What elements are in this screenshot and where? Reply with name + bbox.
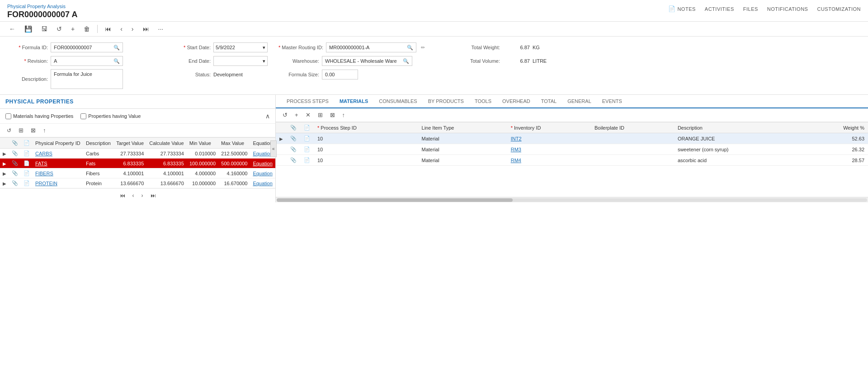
right-attach-cell[interactable]: 📎: [287, 155, 300, 166]
right-add-button[interactable]: +: [293, 111, 300, 119]
revision-search-icon[interactable]: 🔍: [113, 58, 120, 64]
doc-cell[interactable]: 📄: [21, 159, 33, 168]
notes-nav[interactable]: 📄 NOTES: [668, 5, 696, 12]
table-row[interactable]: 📎 📄 10 Material RM3 sweetener (corn syru…: [276, 144, 868, 155]
table-row[interactable]: ▶ 📎 📄 FATS Fats 6.833335 6.833335 100.00…: [0, 159, 275, 168]
doc-cell[interactable]: 📄: [21, 168, 33, 178]
doc-cell[interactable]: 📄: [21, 178, 33, 188]
master-routing-input[interactable]: MR0000000001-A 🔍: [326, 42, 416, 52]
collapse-section-btn[interactable]: ∧: [265, 112, 270, 120]
tab-materials[interactable]: MATERIALS: [334, 95, 373, 108]
undo-button[interactable]: ↺: [55, 24, 64, 33]
tab-consumables[interactable]: CONSUMABLES: [373, 95, 422, 108]
start-date-input[interactable]: 5/9/2022 ▾: [213, 42, 268, 52]
right-fit-button[interactable]: ⊞: [316, 111, 324, 119]
property-id-cell[interactable]: FIBERS: [33, 168, 83, 178]
tab-process-steps[interactable]: PROCESS STEPS: [281, 95, 334, 108]
tab-general[interactable]: GENERAL: [562, 95, 597, 108]
add-button[interactable]: +: [69, 24, 76, 33]
formula-id-search-icon[interactable]: 🔍: [113, 45, 120, 51]
formula-id-input[interactable]: FOR0000000007 🔍: [51, 42, 123, 52]
customization-nav[interactable]: CUSTOMIZATION: [817, 6, 861, 12]
property-id-cell[interactable]: CARBS: [33, 149, 83, 159]
inventory-id-cell[interactable]: RM4: [507, 155, 591, 166]
end-date-input[interactable]: ▾: [213, 56, 268, 66]
collapse-panel-button[interactable]: «: [270, 140, 277, 157]
save-button[interactable]: 💾: [23, 24, 34, 33]
attach-cell[interactable]: 📎: [9, 168, 21, 178]
notifications-nav[interactable]: NOTIFICATIONS: [767, 6, 808, 12]
doc-cell[interactable]: 📄: [21, 149, 33, 159]
property-id-cell[interactable]: PROTEIN: [33, 178, 83, 188]
right-doc-cell[interactable]: 📄: [300, 133, 314, 144]
right-attach-cell[interactable]: 📎: [287, 144, 300, 155]
back-button[interactable]: ←: [7, 24, 17, 33]
tab-events[interactable]: EVENTS: [597, 95, 627, 108]
right-attach-cell[interactable]: 📎: [287, 133, 300, 144]
description-label: Description:: [7, 76, 48, 82]
right-doc-cell[interactable]: 📄: [300, 155, 314, 166]
right-delete-button[interactable]: ✕: [304, 111, 312, 119]
bottom-scrollbar[interactable]: [276, 197, 868, 202]
right-export-button[interactable]: ⊠: [329, 111, 336, 119]
table-row[interactable]: ▶ 📎 📄 FIBERS Fibers 4.100001 4.100001 4.…: [0, 168, 275, 178]
first-record-button[interactable]: ⏮: [103, 24, 113, 33]
attach-cell[interactable]: 📎: [9, 159, 21, 168]
filter1-checkbox[interactable]: [5, 113, 11, 119]
more-button[interactable]: ···: [156, 24, 165, 33]
step-id-cell[interactable]: 10: [314, 144, 418, 155]
attach-cell[interactable]: 📎: [9, 178, 21, 188]
prev-page-button[interactable]: ‹: [131, 192, 136, 200]
next-record-button[interactable]: ›: [130, 24, 136, 33]
equation-cell[interactable]: Equation: [250, 168, 275, 178]
master-routing-search-icon[interactable]: 🔍: [407, 45, 413, 51]
warehouse-search-icon[interactable]: 🔍: [403, 58, 409, 64]
table-row[interactable]: 📎 📄 10 Material RM4 ascorbic acid 28.57: [276, 155, 868, 166]
filter2-label[interactable]: Properties having Value: [80, 113, 141, 119]
tab-by-products[interactable]: BY PRODUCTS: [423, 95, 469, 108]
warehouse-input[interactable]: WHOLESALE - Wholesale Ware 🔍: [322, 56, 412, 66]
table-row[interactable]: ▶ 📎 📄 CARBS Carbs 27.733334 27.733334 0.…: [0, 149, 275, 159]
prev-record-button[interactable]: ‹: [118, 24, 124, 33]
filter1-label[interactable]: Materials having Properties: [5, 113, 73, 119]
revision-input[interactable]: A 🔍: [51, 56, 123, 66]
expand-cell: ▶: [0, 159, 9, 168]
left-upload-button[interactable]: ↑: [42, 126, 47, 134]
right-doc-cell[interactable]: 📄: [300, 144, 314, 155]
inventory-id-cell[interactable]: INT2: [507, 133, 591, 144]
inventory-id-cell[interactable]: RM3: [507, 144, 591, 155]
attach-cell[interactable]: 📎: [9, 149, 21, 159]
next-page-button[interactable]: ›: [140, 192, 145, 200]
tab-tools[interactable]: TOOLS: [469, 95, 497, 108]
right-col-step-id: Process Step ID: [314, 122, 418, 133]
table-row[interactable]: ▶ 📎 📄 10 Material INT2 ORANGE JUICE 52.6…: [276, 133, 868, 144]
last-record-button[interactable]: ⏭: [141, 24, 151, 33]
delete-button[interactable]: 🗑: [82, 24, 92, 33]
activities-nav[interactable]: ACTIVITIES: [705, 6, 734, 12]
table-row[interactable]: ▶ 📎 📄 PROTEIN Protein 13.666670 13.66667…: [0, 178, 275, 188]
right-upload-button[interactable]: ↑: [341, 111, 347, 119]
master-routing-edit-icon[interactable]: ✏: [421, 45, 425, 51]
formula-size-input[interactable]: 0.00: [322, 70, 358, 79]
notes-icon: 📄: [668, 5, 676, 12]
tab-overhead[interactable]: OVERHEAD: [497, 95, 536, 108]
filter2-checkbox[interactable]: [80, 113, 86, 119]
step-id-cell[interactable]: 10: [314, 133, 418, 144]
right-description-cell: sweetener (corn syrup): [674, 144, 804, 155]
left-refresh-button[interactable]: ↺: [5, 127, 13, 134]
property-id-cell[interactable]: FATS: [33, 159, 83, 168]
description-input[interactable]: Formula for Juice: [51, 69, 123, 89]
files-nav[interactable]: FILES: [743, 6, 758, 12]
step-id-cell[interactable]: 10: [314, 155, 418, 166]
page-title: FOR0000000007 A: [7, 10, 77, 19]
save-close-button[interactable]: 🖫: [39, 24, 49, 33]
equation-cell[interactable]: Equation: [250, 159, 275, 168]
last-page-button[interactable]: ⏭: [149, 192, 158, 200]
breadcrumb[interactable]: Physical Property Analysis: [7, 4, 77, 9]
first-page-button[interactable]: ⏮: [118, 192, 127, 200]
right-refresh-button[interactable]: ↺: [281, 111, 289, 119]
left-export-button[interactable]: ⊠: [29, 126, 37, 134]
tab-total[interactable]: TOTAL: [536, 95, 562, 108]
equation-cell[interactable]: Equation: [250, 178, 275, 188]
left-fit-button[interactable]: ⊞: [17, 126, 25, 134]
